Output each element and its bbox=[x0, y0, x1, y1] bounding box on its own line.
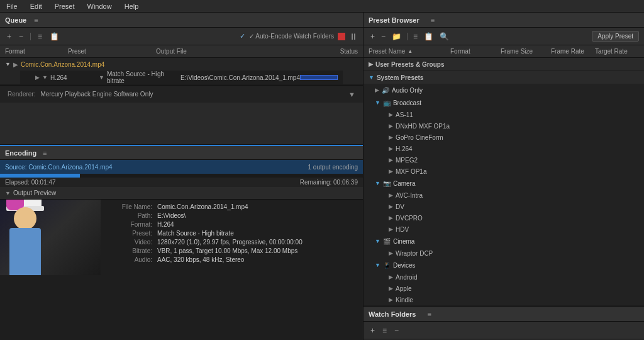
auto-encode-label[interactable]: ✓ Auto-Encode Watch Folders bbox=[249, 33, 334, 40]
camera-avc[interactable]: ▶ AVC-Intra bbox=[371, 190, 644, 201]
user-presets-expand-icon: ▶ bbox=[369, 61, 373, 67]
preset-browser-menu-icon: ≡ bbox=[431, 16, 435, 24]
queue-add-button[interactable]: + bbox=[5, 31, 13, 42]
broadcast-header[interactable]: ▼ 📺 Broadcast bbox=[371, 96, 644, 109]
system-presets-header[interactable]: ▼ System Presets bbox=[364, 71, 644, 84]
encoding-panel-header: Encoding ≡ bbox=[0, 145, 363, 160]
output-preview-header[interactable]: ▼ Output Preview bbox=[0, 187, 363, 200]
broadcast-gopro[interactable]: ▶ GoPro CineForm bbox=[371, 132, 644, 143]
audio-only-header[interactable]: ▶ 🔊 Audio Only bbox=[371, 84, 644, 96]
devices-icon: 📱 bbox=[383, 262, 391, 269]
kindle-arrow-icon: ▶ bbox=[389, 297, 393, 303]
watch-folders-toolbar: + ≡ − bbox=[364, 322, 644, 339]
col-format-header-preset: Format bbox=[450, 48, 501, 55]
camera-dvcpro[interactable]: ▶ DVCPRO bbox=[371, 212, 644, 224]
right-panel: Preset Browser ≡ + − 📁 ≡ 📋 🔍 Apply Prese… bbox=[364, 13, 644, 340]
auto-encode-row: ✓ ✓ Auto-Encode Watch Folders ⏸ bbox=[240, 31, 358, 42]
video-value: 1280x720 (1.0), 29.97 fps, Progressive, … bbox=[157, 239, 303, 246]
user-presets-header[interactable]: ▶ User Presets & Groups bbox=[364, 58, 644, 71]
broadcast-h264[interactable]: ▶ H.264 bbox=[371, 143, 644, 154]
menu-item-file[interactable]: File bbox=[4, 1, 20, 11]
broadcast-icon: 📺 bbox=[383, 99, 391, 106]
preset-remove-button[interactable]: − bbox=[379, 31, 387, 42]
menu-item-window[interactable]: Window bbox=[85, 1, 114, 11]
renderer-dropdown-icon[interactable]: ▼ bbox=[348, 91, 355, 98]
queue-remove-button[interactable]: − bbox=[17, 31, 25, 42]
camera-items: ▶ AVC-Intra ▶ DV ▶ DVCPRO bbox=[371, 190, 644, 235]
source-info-row: Source: Comic.Con.Arizona.2014.mp4 1 out… bbox=[0, 160, 363, 174]
queue-title: Queue bbox=[5, 16, 26, 24]
audio-only-label: Audio Only bbox=[392, 87, 423, 94]
apply-preset-button[interactable]: Apply Preset bbox=[592, 31, 639, 42]
menu-item-help[interactable]: Help bbox=[122, 1, 142, 11]
broadcast-dnxhd[interactable]: ▶ DNxHD MXF OP1a bbox=[371, 120, 644, 132]
broadcast-label: Broadcast bbox=[393, 99, 421, 106]
h264-arrow-icon: ▶ bbox=[389, 145, 393, 152]
preset-list-button[interactable]: ≡ bbox=[411, 31, 419, 42]
sub-expand-icon: ▶ bbox=[35, 74, 40, 81]
stop-button[interactable] bbox=[338, 33, 345, 40]
watch-add-button[interactable]: + bbox=[369, 326, 377, 336]
camera-icon: 📷 bbox=[383, 180, 391, 187]
menu-bar: File Edit Preset Window Help bbox=[0, 0, 644, 13]
renderer-value: Mercury Playback Engine Software Only bbox=[40, 91, 343, 98]
preset-search-button[interactable]: 🔍 bbox=[438, 31, 451, 42]
encoding-title: Encoding bbox=[5, 149, 36, 157]
gopro-label: GoPro CineForm bbox=[396, 134, 443, 141]
queue-sub-item[interactable]: ▶ ▼ H.264 ▼ Match Source - High bitrate … bbox=[20, 71, 343, 84]
preset-browser-header: Preset Browser ≡ bbox=[364, 13, 644, 28]
preset-export-button[interactable]: 📋 bbox=[422, 31, 435, 42]
broadcast-mxf[interactable]: ▶ MXF OP1a bbox=[371, 166, 644, 177]
col-framerate-header: Frame Rate bbox=[551, 48, 595, 55]
camera-dv[interactable]: ▶ DV bbox=[371, 201, 644, 212]
col-targetrate-header: Target Rate bbox=[595, 48, 639, 55]
menu-item-edit[interactable]: Edit bbox=[28, 1, 45, 11]
cinema-header[interactable]: ▼ 🎬 Cinema bbox=[371, 235, 644, 247]
broadcast-as11[interactable]: ▶ AS-11 bbox=[371, 109, 644, 120]
queue-columns: Format Preset Output File Status bbox=[0, 45, 363, 58]
queue-item[interactable]: ▼ ▶ Comic.Con.Arizona.2014.mp4 ▶ ▼ H.264… bbox=[0, 58, 363, 85]
audio-expand-icon: ▶ bbox=[375, 87, 379, 93]
queue-panel: Queue ≡ + − ≡ 📋 ✓ ✓ Auto-Encode Watch Fo… bbox=[0, 13, 363, 145]
devices-apple[interactable]: ▶ Apple bbox=[371, 283, 644, 294]
info-row-bitrate: Bitrate: VBR, 1 pass, Target 10.00 Mbps,… bbox=[108, 247, 355, 254]
as11-arrow-icon: ▶ bbox=[389, 111, 393, 118]
queue-copy-button[interactable]: 📋 bbox=[48, 31, 61, 42]
wraptor-label: Wraptor DCP bbox=[396, 250, 433, 257]
preset-toolbar-sep bbox=[407, 33, 408, 40]
devices-kindle[interactable]: ▶ Kindle bbox=[371, 294, 644, 305]
broadcast-mpeg2[interactable]: ▶ MPEG2 bbox=[371, 154, 644, 166]
pause-button[interactable]: ⏸ bbox=[349, 31, 358, 42]
broadcast-expand-icon: ▼ bbox=[375, 99, 380, 106]
system-presets-expand-icon: ▼ bbox=[369, 74, 374, 81]
devices-android[interactable]: ▶ Android bbox=[371, 271, 644, 283]
menu-item-preset[interactable]: Preset bbox=[52, 1, 77, 11]
preset-browser-title: Preset Browser bbox=[369, 16, 419, 24]
thumb-body bbox=[9, 228, 41, 275]
avc-label: AVC-Intra bbox=[396, 192, 423, 199]
info-row-preset: Preset: Match Source - High bitrate bbox=[108, 230, 355, 237]
sub-status-bar bbox=[300, 75, 338, 80]
apple-label: Apple bbox=[396, 285, 412, 292]
queue-list-button[interactable]: ≡ bbox=[36, 31, 44, 42]
cinema-wraptor[interactable]: ▶ Wraptor DCP bbox=[371, 247, 644, 259]
preset-add-button[interactable]: + bbox=[369, 31, 377, 42]
android-arrow-icon: ▶ bbox=[389, 274, 393, 280]
devices-header[interactable]: ▼ 📱 Devices bbox=[371, 259, 644, 271]
cinema-label: Cinema bbox=[393, 238, 414, 245]
info-row-filename: File Name: Comic.Con.Arizona.2014_1.mp4 bbox=[108, 203, 355, 210]
sub-output: E:\Videos\Comic.Con.Arizona.2014_1.mp4 bbox=[180, 74, 300, 81]
preview-content: File Name: Comic.Con.Arizona.2014_1.mp4 … bbox=[0, 200, 363, 340]
watch-remove-button[interactable]: − bbox=[392, 326, 401, 336]
preset-folder-button[interactable]: 📁 bbox=[390, 31, 403, 42]
cinema-items: ▶ Wraptor DCP bbox=[371, 247, 644, 259]
queue-toolbar: + − ≡ 📋 ✓ ✓ Auto-Encode Watch Folders ⏸ bbox=[0, 28, 363, 45]
preview-thumbnail bbox=[0, 200, 101, 275]
queue-item-type-icon: ▶ bbox=[13, 61, 18, 68]
camera-header[interactable]: ▼ 📷 Camera bbox=[371, 177, 644, 190]
watch-settings-button[interactable]: ≡ bbox=[380, 326, 389, 336]
camera-hdv[interactable]: ▶ HDV bbox=[371, 224, 644, 235]
camera-label: Camera bbox=[393, 180, 416, 187]
bitrate-value: VBR, 1 pass, Target 10.00 Mbps, Max 12.0… bbox=[157, 247, 297, 254]
info-row-audio: Audio: AAC, 320 kbps, 48 kHz, Stereo bbox=[108, 256, 355, 263]
